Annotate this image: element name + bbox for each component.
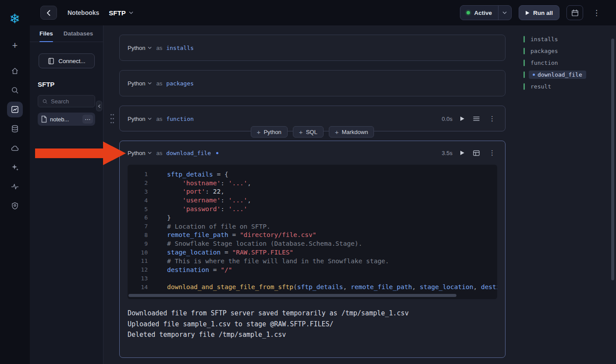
sidebar-item-home[interactable] — [7, 63, 23, 79]
notebook-cell-installs[interactable]: Python as installs — [119, 35, 506, 61]
add-markdown-cell-button[interactable]: +Markdown — [329, 126, 374, 138]
code-line[interactable]: 5 'password': '...' — [128, 205, 497, 213]
create-new-button[interactable]: + — [7, 38, 23, 53]
cell-name[interactable]: installs — [166, 45, 194, 51]
line-number: 9 — [128, 240, 148, 247]
code-lines: 1sftp_details = {2 'hostname': '...',3 '… — [128, 170, 497, 291]
cell-menu-button[interactable]: ⋮ — [487, 148, 497, 158]
code-line[interactable]: 4 'username': '...', — [128, 196, 497, 205]
cell-language-dropdown[interactable]: Python — [128, 116, 152, 122]
tab-files[interactable]: Files — [39, 25, 53, 42]
run-cell-button[interactable] — [459, 149, 466, 156]
sidebar-item-ai[interactable] — [7, 159, 23, 175]
tab-databases[interactable]: Databases — [64, 25, 93, 42]
line-number: 5 — [128, 206, 148, 212]
collapse-sidebar-button[interactable] — [96, 101, 102, 111]
line-number: 12 — [128, 266, 148, 273]
run-all-button[interactable]: Run all — [519, 5, 559, 20]
file-item-notebook[interactable]: noteb... ⋯ — [38, 113, 95, 126]
vertical-scrollbar[interactable] — [611, 39, 614, 280]
outline-panel: installspackagesfunctiondownload_fileres… — [523, 33, 605, 92]
connect-button[interactable]: Connect... — [39, 53, 95, 68]
code-line[interactable]: 9# Snowflake Stage location (Database.Sc… — [128, 239, 497, 248]
outline-item-label: result — [531, 83, 551, 90]
chevron-down-icon — [148, 117, 152, 120]
sidebar-item-cloud[interactable] — [7, 140, 23, 156]
code-line[interactable]: 2 'hostname': '...', — [128, 179, 497, 187]
cell-name[interactable]: packages — [166, 80, 194, 87]
snowflake-logo-icon[interactable]: ❄ — [7, 11, 23, 26]
sidebar-item-data[interactable] — [7, 121, 23, 137]
notebook-title-dropdown[interactable]: SFTP — [109, 9, 133, 17]
database-icon — [11, 124, 19, 133]
code-line[interactable]: 6} — [128, 213, 497, 222]
schedule-button[interactable] — [566, 5, 583, 20]
activity-icon — [11, 182, 19, 191]
horizontal-scrollbar[interactable] — [128, 294, 456, 297]
code-line[interactable]: 7# Location of file on SFTP. — [128, 222, 497, 231]
sidebar-item-admin[interactable] — [7, 198, 23, 214]
chevron-down-icon — [502, 11, 507, 14]
notebook-menu-button[interactable]: ⋮ — [590, 7, 603, 19]
code-line[interactable]: 14download_and_stage_file_from_sftp(sftp… — [128, 283, 497, 291]
sparkles-icon — [11, 163, 19, 172]
code-text: 'username': '...', — [167, 197, 251, 204]
cell-status-bar — [523, 36, 525, 42]
cell-status-bar — [523, 83, 525, 90]
add-cell-bar: +Python+SQL+Markdown — [119, 126, 506, 138]
back-button[interactable] — [40, 6, 57, 20]
play-icon — [460, 150, 465, 155]
code-line[interactable]: 11# This is where the file will land in … — [128, 257, 497, 265]
warehouse-status-dropdown[interactable]: Active — [460, 5, 512, 20]
run-cell-button[interactable] — [459, 115, 466, 122]
code-line[interactable]: 3 'port': 22, — [128, 187, 497, 196]
cell-menu-button[interactable]: ⋮ — [487, 114, 497, 124]
cell-language-label: Python — [128, 150, 145, 156]
cell-drag-handle[interactable] — [110, 113, 115, 125]
breadcrumb-notebooks[interactable]: Notebooks — [68, 9, 99, 16]
outline-item-function[interactable]: function — [523, 57, 605, 69]
cell-display-toggle-button[interactable] — [472, 149, 481, 157]
code-line[interactable]: 12destination = "/" — [128, 265, 497, 274]
outline-item-packages[interactable]: packages — [523, 45, 605, 57]
add-cell-label: Markdown — [342, 129, 368, 135]
status-caret-button[interactable] — [498, 6, 511, 20]
sidebar-item-search[interactable] — [7, 82, 23, 98]
chevron-down-icon — [129, 11, 133, 14]
sidebar-item-notebooks[interactable] — [7, 102, 23, 117]
cell-actions: 3.5s ⋮ — [442, 148, 497, 158]
outline-item-download_file[interactable]: download_file — [523, 69, 605, 81]
status-segment[interactable]: Active — [460, 6, 498, 20]
code-line[interactable]: 1sftp_details = { — [128, 170, 497, 179]
outline-item-installs[interactable]: installs — [523, 33, 605, 45]
file-menu-button[interactable]: ⋯ — [82, 115, 93, 124]
code-line[interactable]: 8remote_file_path = "directory/file.csv" — [128, 231, 497, 240]
cell-status-bar — [523, 48, 525, 54]
play-icon — [460, 116, 465, 121]
document-icon — [41, 116, 47, 123]
output-line: Deleted temporary file /tmp/sample_1.csv — [128, 329, 497, 340]
cell-as-label: as — [156, 150, 162, 156]
code-editor[interactable]: 1sftp_details = {2 'hostname': '...',3 '… — [128, 165, 497, 299]
notebook-cell-packages[interactable]: Python as packages — [119, 70, 506, 96]
cell-language-dropdown[interactable]: Python — [128, 45, 152, 51]
cell-name[interactable]: download_file — [166, 150, 211, 156]
cell-status-bar — [523, 71, 525, 78]
code-text: remote_file_path = "directory/file.csv" — [167, 231, 317, 238]
notebook-cell-download-file[interactable]: Python as download_file 3.5s ⋮ — [119, 141, 506, 358]
add-sql-cell-button[interactable]: +SQL — [293, 126, 324, 138]
cell-language-dropdown[interactable]: Python — [128, 150, 152, 156]
add-cell-label: Python — [263, 129, 281, 135]
outline-item-result[interactable]: result — [523, 81, 605, 92]
line-number: 4 — [128, 197, 148, 204]
cell-language-dropdown[interactable]: Python — [128, 80, 152, 87]
files-sidebar: Files Databases Connect... SFTP noteb...… — [30, 25, 103, 364]
cell-name[interactable]: function — [166, 116, 194, 122]
add-python-cell-button[interactable]: +Python — [251, 126, 288, 138]
code-text: 'password': '...' — [167, 205, 247, 212]
code-line[interactable]: 13 — [128, 274, 497, 283]
cell-display-toggle-button[interactable] — [472, 115, 481, 122]
sidebar-item-activity[interactable] — [7, 179, 23, 194]
code-line[interactable]: 10stage_location = "RAW.SFTP.FILES" — [128, 248, 497, 257]
search-input[interactable] — [51, 98, 91, 105]
